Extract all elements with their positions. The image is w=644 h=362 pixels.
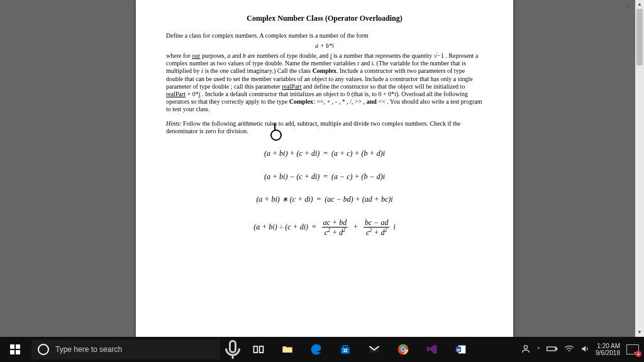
search-placeholder: Type here to search bbox=[55, 345, 122, 354]
fraction-imag: bc − ad c2 + d2 bbox=[362, 218, 391, 238]
window-maximize-icon[interactable]: ⧉ bbox=[626, 3, 630, 10]
svg-rect-4 bbox=[283, 348, 292, 353]
scroll-down-icon[interactable]: ▼ bbox=[635, 328, 644, 337]
people-icon[interactable] bbox=[521, 344, 531, 355]
visual-studio-icon[interactable] bbox=[418, 337, 447, 362]
start-button[interactable] bbox=[0, 337, 30, 362]
edge-icon[interactable] bbox=[302, 337, 331, 362]
hints-paragraph: Hints: Follow the following arithmetic r… bbox=[166, 120, 483, 135]
svg-point-17 bbox=[524, 346, 527, 349]
notification-badge: 4 bbox=[635, 351, 641, 357]
document-page: Complex Number Class (Operator Overloadi… bbox=[136, 0, 513, 337]
system-tray: ˄ 1:20 AM 9/6/2018 4 bbox=[521, 343, 644, 356]
svg-rect-8 bbox=[344, 351, 345, 352]
clock-date: 9/6/2018 bbox=[596, 349, 620, 356]
svg-rect-5 bbox=[341, 348, 349, 354]
taskbar: Type here to search W bbox=[0, 337, 644, 362]
search-icon bbox=[38, 344, 49, 355]
document-body: Complex Number Class (Operator Overloadi… bbox=[136, 0, 513, 258]
clock-time: 1:20 AM bbox=[596, 343, 620, 349]
svg-rect-9 bbox=[345, 351, 347, 352]
windows-logo-icon bbox=[10, 344, 20, 354]
wifi-icon[interactable] bbox=[564, 345, 574, 354]
equation-mul: (a + bi) ∗ (c + di) = (ac − bd) + (ad + … bbox=[166, 195, 483, 204]
desktop-work-area: · · · ⧉ ✕ Complex Number Class (Operator… bbox=[0, 0, 644, 337]
svg-rect-19 bbox=[556, 348, 557, 350]
action-center-icon[interactable]: 4 bbox=[626, 344, 639, 354]
word-icon[interactable]: W bbox=[447, 337, 475, 362]
svg-rect-6 bbox=[344, 349, 345, 350]
file-explorer-icon[interactable] bbox=[273, 337, 302, 362]
page-title: Complex Number Class (Operator Overloadi… bbox=[166, 14, 483, 23]
taskbar-clock[interactable]: 1:20 AM 9/6/2018 bbox=[596, 343, 620, 356]
chrome-icon[interactable] bbox=[389, 337, 418, 362]
problem-statement: where for our purposes, a and b are numb… bbox=[166, 52, 483, 114]
svg-rect-7 bbox=[345, 349, 347, 350]
fraction-real: ac + bd c2 + d2 bbox=[320, 218, 350, 238]
taskbar-search[interactable]: Type here to search bbox=[31, 339, 220, 359]
mail-icon[interactable] bbox=[360, 337, 389, 362]
cursor-icon bbox=[270, 129, 282, 141]
battery-icon[interactable] bbox=[547, 346, 558, 353]
svg-text:W: W bbox=[457, 348, 460, 352]
complex-form-expression: a + b*i bbox=[166, 42, 483, 50]
equation-div: (a + bi) ÷ (c + di) = ac + bd c2 + d2 + … bbox=[166, 218, 483, 238]
svg-rect-3 bbox=[260, 346, 264, 353]
task-view-icon[interactable] bbox=[244, 337, 273, 362]
cortana-mic-icon[interactable] bbox=[221, 337, 244, 362]
taskbar-pinned-apps: W bbox=[244, 337, 475, 362]
equations-block: (a + bi) + (c + di) = (a + c) + (b + d)i… bbox=[166, 149, 483, 238]
svg-point-12 bbox=[401, 348, 405, 351]
vertical-scrollbar[interactable]: ▲ ▼ bbox=[635, 0, 644, 337]
window-more-icon[interactable]: · · · bbox=[612, 3, 621, 10]
volume-icon[interactable] bbox=[580, 344, 589, 354]
store-icon[interactable] bbox=[331, 337, 360, 362]
svg-rect-2 bbox=[254, 346, 258, 353]
svg-rect-0 bbox=[230, 341, 236, 353]
equation-sub: (a + bi) − (c + di) = (a − c) + (b − d)i bbox=[166, 172, 483, 182]
scroll-thumb[interactable] bbox=[636, 9, 643, 65]
tray-chevron-up-icon[interactable]: ˄ bbox=[537, 346, 540, 353]
intro-line-1: Define a class for complex numbers. A co… bbox=[166, 32, 483, 40]
scroll-up-icon[interactable]: ▲ bbox=[635, 0, 644, 9]
svg-rect-18 bbox=[547, 347, 556, 351]
equation-add: (a + bi) + (c + di) = (a + c) + (b + d)i bbox=[166, 149, 483, 158]
